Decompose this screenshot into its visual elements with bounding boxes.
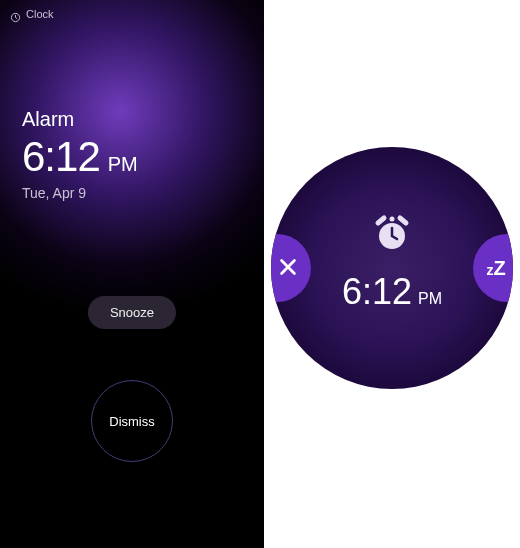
phone-alarm-screen: Clock Alarm 6:12 PM Tue, Apr 9 Snooze Di… (0, 0, 264, 548)
status-bar: Clock (10, 8, 54, 20)
snooze-button[interactable]: Snooze (88, 296, 176, 329)
alarm-time-value: 6:12 (22, 133, 100, 181)
alarm-ampm: PM (108, 153, 138, 176)
alarm-label: Alarm (22, 108, 138, 131)
clock-icon (10, 9, 21, 20)
watch-ampm: PM (418, 290, 442, 308)
watch-time: 6:12 PM (342, 271, 442, 313)
snooze-icon: zZ (486, 257, 505, 280)
alarm-time: 6:12 PM (22, 133, 138, 181)
svg-point-3 (390, 217, 395, 222)
alarm-clock-icon (370, 213, 414, 257)
status-app-name: Clock (26, 8, 54, 20)
watch-face: 6:12 PM zZ (271, 147, 513, 389)
alarm-info: Alarm 6:12 PM Tue, Apr 9 (22, 108, 138, 201)
watch-alarm-screen-wrap: 6:12 PM zZ (264, 140, 520, 396)
watch-time-value: 6:12 (342, 271, 412, 313)
alarm-date: Tue, Apr 9 (22, 185, 138, 201)
close-icon (277, 256, 299, 281)
dismiss-button[interactable]: Dismiss (91, 380, 173, 462)
